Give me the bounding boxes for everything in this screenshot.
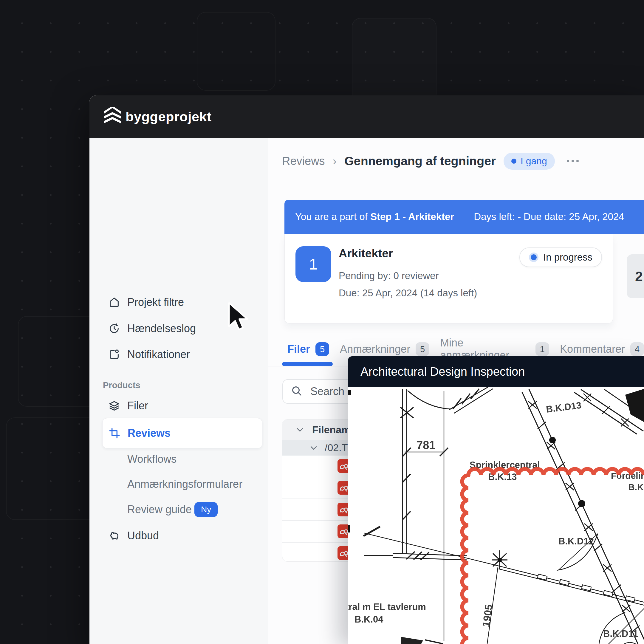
active-tab-underline bbox=[282, 362, 333, 366]
banner-meta: Days left: - Due date: 25 Apr, 2024 bbox=[474, 211, 624, 222]
crop-icon bbox=[109, 427, 120, 439]
viewer-titlebar: Architectural Design Inspection bbox=[348, 356, 644, 387]
app-topbar: byggeprojekt bbox=[89, 95, 644, 138]
sidebar-item-reviews[interactable]: Reviews bbox=[102, 418, 262, 448]
sidebar-item-label: Hændelseslog bbox=[127, 322, 196, 335]
drawing-label-bkd11: B.K.D11 bbox=[603, 628, 638, 639]
breadcrumb-reviews-link[interactable]: Reviews bbox=[282, 155, 325, 168]
tab-filer[interactable]: Filer 5 bbox=[287, 342, 329, 356]
breadcrumb: Reviews › Gennemgang af tegninger I gang bbox=[282, 138, 579, 184]
divider bbox=[268, 184, 644, 184]
tab-count-badge: 5 bbox=[315, 342, 329, 356]
new-badge: Ny bbox=[194, 502, 218, 517]
sidebar-item-review-guide[interactable]: Review guide Ny bbox=[89, 500, 268, 519]
kebab-menu-icon[interactable] bbox=[567, 160, 579, 162]
next-step-card[interactable]: 2 bbox=[627, 254, 644, 298]
drawing-label-el-tavlerum: tral m EL tavlerum bbox=[348, 602, 426, 612]
step-banner: You are a part of Step 1 - Arkitekter Da… bbox=[284, 200, 644, 234]
sidebar-item-label: Anmærkningsformularer bbox=[127, 478, 242, 490]
main-content: Reviews › Gennemgang af tegninger I gang… bbox=[268, 138, 644, 644]
brand-logo-icon bbox=[103, 107, 122, 126]
folder-group-label: /02.T bbox=[325, 442, 348, 453]
search-icon bbox=[291, 385, 303, 398]
status-badge: I gang bbox=[504, 153, 555, 170]
progress-dot-icon bbox=[529, 253, 538, 262]
drawing-dim-1905: 1905 bbox=[480, 604, 494, 628]
mouse-cursor bbox=[226, 302, 250, 334]
sidebar: Projekt filtre Hændelseslog bbox=[89, 138, 268, 644]
layers-icon bbox=[108, 400, 120, 412]
sidebar-item-workflows[interactable]: Workflows bbox=[89, 450, 268, 469]
tab-count-badge: 1 bbox=[535, 342, 549, 356]
drawing-label-bkd12: B.K.D12 bbox=[558, 536, 594, 547]
background-decor-square bbox=[197, 12, 275, 91]
home-icon bbox=[108, 296, 120, 308]
sidebar-item-label: Notifikationer bbox=[127, 348, 190, 361]
banner-prefix: You are a part of bbox=[295, 211, 370, 222]
drawing-label-fordeling-code: B.K. bbox=[628, 482, 644, 492]
chevron-right-icon: › bbox=[333, 154, 337, 168]
brand-name: byggeprojekt bbox=[126, 109, 212, 125]
sidebar-item-notifikationer[interactable]: Notifikationer bbox=[89, 345, 268, 364]
chevron-down-icon bbox=[309, 443, 318, 452]
drawing-dim-781: 781 bbox=[417, 439, 435, 451]
drawing-label-bk04: B.K.04 bbox=[354, 614, 383, 625]
sidebar-section-products: Products bbox=[103, 380, 140, 390]
sidebar-item-label: Review guide bbox=[127, 503, 192, 516]
page-title: Gennemgang af tegninger bbox=[344, 154, 496, 168]
step-title: Arkitekter bbox=[339, 247, 393, 260]
brand-logo[interactable]: byggeprojekt bbox=[103, 107, 212, 126]
sidebar-item-anmaerkningsformularer[interactable]: Anmærkningsformularer bbox=[89, 475, 268, 494]
tab-kommentarer[interactable]: Kommentarer 4 bbox=[560, 342, 644, 356]
app-window: byggeprojekt Projekt filtre Hæn bbox=[89, 95, 644, 644]
drawing-label-bkd13: B.K.D13 bbox=[546, 400, 582, 415]
step-due: Due: 25 Apr, 2024 (14 days left) bbox=[339, 287, 477, 299]
tab-count-badge: 4 bbox=[630, 342, 644, 356]
banner-step: Step 1 - Arkitekter bbox=[370, 211, 454, 222]
notification-icon bbox=[108, 349, 120, 360]
background-decor-square bbox=[352, 18, 436, 103]
history-icon bbox=[108, 323, 120, 335]
tab-count-badge: 5 bbox=[416, 342, 429, 356]
step-pending: Pending by: 0 reviewer bbox=[339, 270, 439, 281]
tab-bar: Filer 5 Anmærkninger 5 Mine anmærkninger… bbox=[287, 340, 644, 358]
step-card[interactable]: 1 Arkitekter Pending by: 0 reviewer Due:… bbox=[284, 234, 613, 323]
architectural-drawing: 781 B.K.D13 Sprinklercentral B.K.13 Ford… bbox=[348, 387, 644, 644]
viewer-title: Architectural Design Inspection bbox=[360, 365, 525, 378]
piggy-bank-icon bbox=[108, 530, 120, 542]
status-dot-icon bbox=[511, 159, 516, 164]
sidebar-item-label: Workflows bbox=[127, 453, 177, 465]
step-number-badge: 1 bbox=[295, 246, 331, 282]
sidebar-item-label: Projekt filtre bbox=[127, 296, 184, 309]
in-progress-pill: In progress bbox=[519, 247, 602, 267]
sidebar-item-filer[interactable]: Filer bbox=[89, 396, 268, 415]
sidebar-item-label: Filer bbox=[127, 400, 148, 412]
next-step-number: 2 bbox=[635, 268, 643, 284]
sidebar-item-label: Udbud bbox=[127, 530, 159, 542]
drawing-viewer-overlay: Architectural Design Inspection bbox=[348, 356, 644, 644]
tab-anmaerkninger[interactable]: Anmærkninger 5 bbox=[340, 342, 429, 356]
chevron-down-icon bbox=[295, 425, 304, 434]
sidebar-item-label: Reviews bbox=[128, 427, 171, 439]
sidebar-item-udbud[interactable]: Udbud bbox=[89, 526, 268, 545]
